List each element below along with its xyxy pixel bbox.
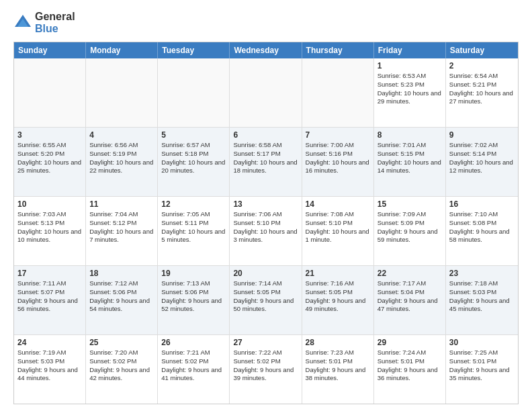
day-number: 21 [306,269,370,278]
calendar-day-20: 20Sunrise: 7:14 AM Sunset: 5:05 PM Dayli… [230,266,302,334]
header-day-tuesday: Tuesday [158,42,230,58]
calendar-week-4: 17Sunrise: 7:11 AM Sunset: 5:07 PM Dayli… [14,266,518,335]
day-number: 9 [449,130,515,140]
logo-icon [13,13,32,32]
day-info: Sunrise: 6:56 AM Sunset: 5:19 PM Dayligh… [89,141,154,175]
calendar-day-2: 2Sunrise: 6:54 AM Sunset: 5:21 PM Daylig… [446,58,518,127]
day-number: 28 [306,338,370,347]
day-info: Sunrise: 6:53 AM Sunset: 5:23 PM Dayligh… [378,72,442,106]
day-info: Sunrise: 7:14 AM Sunset: 5:05 PM Dayligh… [233,279,298,314]
day-number: 14 [306,199,370,209]
calendar-day-9: 9Sunrise: 7:02 AM Sunset: 5:14 PM Daylig… [446,128,518,196]
day-number: 11 [89,199,154,209]
header-day-wednesday: Wednesday [230,42,302,58]
day-number: 6 [233,130,298,140]
header: General Blue [13,11,519,35]
day-info: Sunrise: 7:03 AM Sunset: 5:13 PM Dayligh… [17,210,82,244]
header-day-sunday: Sunday [14,42,86,58]
calendar-day-4: 4Sunrise: 6:56 AM Sunset: 5:19 PM Daylig… [86,128,158,196]
day-info: Sunrise: 7:24 AM Sunset: 5:01 PM Dayligh… [378,349,442,383]
day-info: Sunrise: 7:04 AM Sunset: 5:12 PM Dayligh… [89,210,154,244]
day-number: 17 [17,269,82,278]
day-info: Sunrise: 7:22 AM Sunset: 5:02 PM Dayligh… [233,349,298,383]
day-number: 10 [17,199,82,209]
calendar-day-15: 15Sunrise: 7:09 AM Sunset: 5:09 PM Dayli… [374,197,446,265]
day-number: 23 [449,269,515,278]
day-info: Sunrise: 7:09 AM Sunset: 5:09 PM Dayligh… [378,210,442,244]
day-number: 12 [161,199,226,209]
day-info: Sunrise: 7:10 AM Sunset: 5:08 PM Dayligh… [449,210,515,244]
day-info: Sunrise: 7:13 AM Sunset: 5:06 PM Dayligh… [161,279,226,314]
calendar-day-7: 7Sunrise: 7:00 AM Sunset: 5:16 PM Daylig… [302,128,374,196]
day-number: 26 [161,338,226,347]
day-number: 8 [378,130,442,140]
day-info: Sunrise: 6:58 AM Sunset: 5:17 PM Dayligh… [233,141,298,175]
day-number: 5 [161,130,226,140]
day-number: 16 [449,199,515,209]
day-info: Sunrise: 7:25 AM Sunset: 5:01 PM Dayligh… [449,349,515,383]
day-number: 27 [233,338,298,347]
calendar-empty-cell [230,58,302,127]
calendar-body: 1Sunrise: 6:53 AM Sunset: 5:23 PM Daylig… [14,58,518,404]
day-info: Sunrise: 7:06 AM Sunset: 5:10 PM Dayligh… [233,210,298,244]
day-number: 30 [449,338,515,347]
calendar-week-5: 24Sunrise: 7:19 AM Sunset: 5:03 PM Dayli… [14,335,518,404]
day-info: Sunrise: 6:55 AM Sunset: 5:20 PM Dayligh… [17,141,82,175]
header-day-saturday: Saturday [446,42,518,58]
calendar-day-12: 12Sunrise: 7:05 AM Sunset: 5:11 PM Dayli… [158,197,230,265]
calendar-day-28: 28Sunrise: 7:23 AM Sunset: 5:01 PM Dayli… [302,335,374,404]
calendar-day-25: 25Sunrise: 7:20 AM Sunset: 5:02 PM Dayli… [86,335,158,404]
calendar-day-26: 26Sunrise: 7:21 AM Sunset: 5:02 PM Dayli… [158,335,230,404]
calendar-day-27: 27Sunrise: 7:22 AM Sunset: 5:02 PM Dayli… [230,335,302,404]
day-number: 7 [306,130,370,140]
calendar-day-19: 19Sunrise: 7:13 AM Sunset: 5:06 PM Dayli… [158,266,230,334]
calendar-day-29: 29Sunrise: 7:24 AM Sunset: 5:01 PM Dayli… [374,335,446,404]
day-number: 13 [233,199,298,209]
calendar-empty-cell [14,58,86,127]
day-number: 29 [378,338,442,347]
day-info: Sunrise: 7:00 AM Sunset: 5:16 PM Dayligh… [306,141,370,175]
calendar-day-24: 24Sunrise: 7:19 AM Sunset: 5:03 PM Dayli… [14,335,86,404]
day-info: Sunrise: 7:01 AM Sunset: 5:15 PM Dayligh… [378,141,442,175]
day-info: Sunrise: 7:16 AM Sunset: 5:05 PM Dayligh… [306,279,370,314]
calendar-week-2: 3Sunrise: 6:55 AM Sunset: 5:20 PM Daylig… [14,128,518,197]
calendar-header: SundayMondayTuesdayWednesdayThursdayFrid… [14,42,518,58]
calendar-day-14: 14Sunrise: 7:08 AM Sunset: 5:10 PM Dayli… [302,197,374,265]
day-info: Sunrise: 7:12 AM Sunset: 5:06 PM Dayligh… [89,279,154,314]
day-info: Sunrise: 7:02 AM Sunset: 5:14 PM Dayligh… [449,141,515,175]
calendar-day-1: 1Sunrise: 6:53 AM Sunset: 5:23 PM Daylig… [374,58,446,127]
calendar-empty-cell [158,58,230,127]
logo-text: General Blue [35,11,75,35]
calendar-day-8: 8Sunrise: 7:01 AM Sunset: 5:15 PM Daylig… [374,128,446,196]
calendar-day-17: 17Sunrise: 7:11 AM Sunset: 5:07 PM Dayli… [14,266,86,334]
header-day-monday: Monday [86,42,158,58]
day-info: Sunrise: 7:19 AM Sunset: 5:03 PM Dayligh… [17,349,82,383]
calendar-day-22: 22Sunrise: 7:17 AM Sunset: 5:04 PM Dayli… [374,266,446,334]
day-info: Sunrise: 6:57 AM Sunset: 5:18 PM Dayligh… [161,141,226,175]
calendar-day-10: 10Sunrise: 7:03 AM Sunset: 5:13 PM Dayli… [14,197,86,265]
calendar-day-6: 6Sunrise: 6:58 AM Sunset: 5:17 PM Daylig… [230,128,302,196]
day-number: 1 [378,61,442,71]
header-day-friday: Friday [374,42,446,58]
day-info: Sunrise: 6:54 AM Sunset: 5:21 PM Dayligh… [449,72,515,106]
calendar-empty-cell [302,58,374,127]
day-info: Sunrise: 7:17 AM Sunset: 5:04 PM Dayligh… [378,279,442,314]
calendar-day-5: 5Sunrise: 6:57 AM Sunset: 5:18 PM Daylig… [158,128,230,196]
calendar-week-3: 10Sunrise: 7:03 AM Sunset: 5:13 PM Dayli… [14,197,518,266]
day-info: Sunrise: 7:08 AM Sunset: 5:10 PM Dayligh… [306,210,370,244]
day-number: 24 [17,338,82,347]
calendar: SundayMondayTuesdayWednesdayThursdayFrid… [13,42,519,404]
logo: General Blue [13,11,75,35]
day-number: 3 [17,130,82,140]
calendar-day-21: 21Sunrise: 7:16 AM Sunset: 5:05 PM Dayli… [302,266,374,334]
day-info: Sunrise: 7:23 AM Sunset: 5:01 PM Dayligh… [306,349,370,383]
day-number: 25 [89,338,154,347]
calendar-day-23: 23Sunrise: 7:18 AM Sunset: 5:03 PM Dayli… [446,266,518,334]
day-number: 20 [233,269,298,278]
day-info: Sunrise: 7:21 AM Sunset: 5:02 PM Dayligh… [161,349,226,383]
calendar-day-18: 18Sunrise: 7:12 AM Sunset: 5:06 PM Dayli… [86,266,158,334]
day-info: Sunrise: 7:11 AM Sunset: 5:07 PM Dayligh… [17,279,82,314]
calendar-day-16: 16Sunrise: 7:10 AM Sunset: 5:08 PM Dayli… [446,197,518,265]
day-number: 18 [89,269,154,278]
day-info: Sunrise: 7:18 AM Sunset: 5:03 PM Dayligh… [449,279,515,314]
